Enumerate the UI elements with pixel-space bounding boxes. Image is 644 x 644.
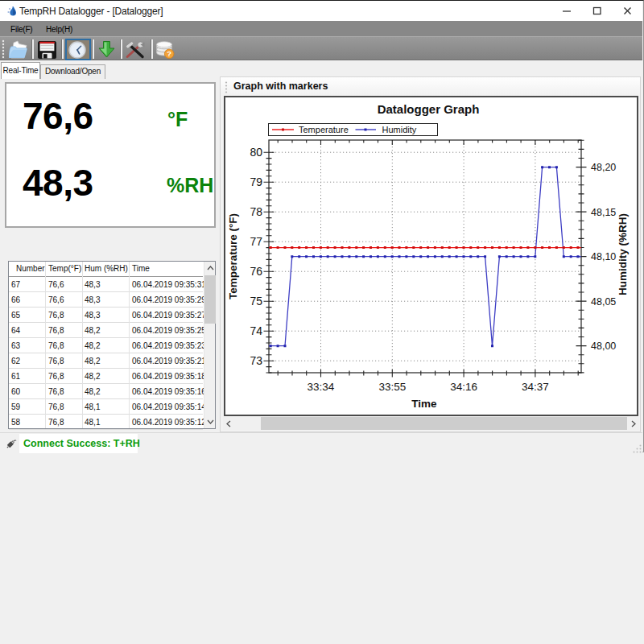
svg-text:Humidity (%RH): Humidity (%RH) (617, 213, 629, 295)
svg-text:Time: Time (411, 398, 437, 410)
svg-text:34:16: 34:16 (450, 381, 477, 393)
svg-text:79: 79 (250, 175, 262, 188)
svg-text:48,20: 48,20 (591, 162, 616, 173)
svg-text:48,10: 48,10 (591, 251, 616, 262)
svg-text:73: 73 (250, 354, 262, 367)
svg-text:75: 75 (250, 295, 262, 308)
svg-text:74: 74 (250, 324, 262, 337)
svg-text:Temperature: Temperature (299, 125, 349, 134)
svg-text:48,15: 48,15 (591, 207, 616, 218)
svg-text:34:37: 34:37 (522, 381, 549, 393)
svg-text:48,00: 48,00 (591, 341, 616, 352)
svg-text:Temperature (°F): Temperature (°F) (227, 213, 239, 299)
svg-text:?: ? (167, 49, 171, 58)
svg-text:80: 80 (250, 146, 262, 159)
svg-text:Humidity: Humidity (382, 125, 417, 134)
svg-text:78: 78 (250, 205, 262, 218)
svg-text:Datalogger Graph: Datalogger Graph (378, 102, 480, 116)
svg-text:77: 77 (250, 235, 262, 248)
svg-text:33:34: 33:34 (308, 381, 335, 393)
svg-text:48,05: 48,05 (591, 296, 616, 308)
svg-text:76: 76 (250, 265, 262, 278)
svg-text:33:55: 33:55 (378, 381, 406, 393)
